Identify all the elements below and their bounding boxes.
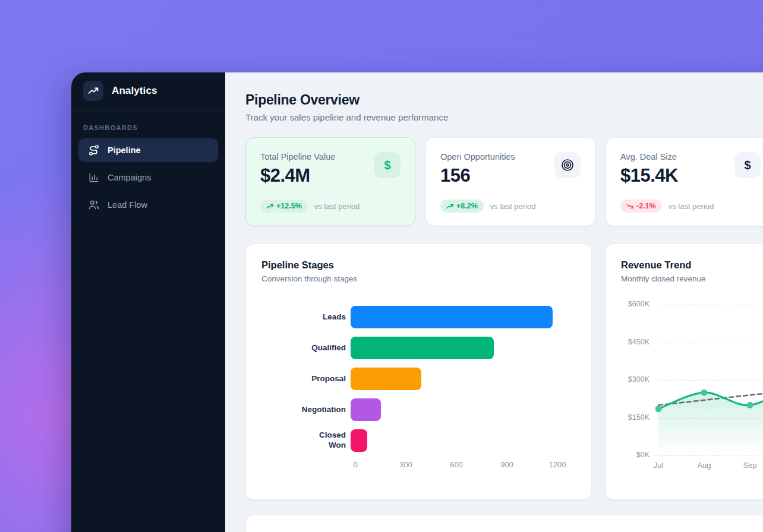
trend-up-icon — [446, 204, 453, 209]
sidebar-header: Analytics — [71, 72, 225, 110]
sidebar-item-lead-flow[interactable]: Lead Flow — [78, 193, 218, 217]
bar-segment[interactable] — [351, 306, 553, 328]
analytics-logo — [83, 81, 103, 101]
y-tick-label: $0K — [621, 451, 650, 459]
bar-track — [351, 368, 553, 390]
bar-segment[interactable] — [351, 368, 421, 390]
bar-segment[interactable] — [351, 429, 367, 452]
page-title: Pipeline Overview — [245, 92, 763, 108]
bar-chart-x-axis: 03006009001200 — [355, 460, 557, 471]
delta-badge: -2.1% — [620, 200, 662, 213]
charts-row: Pipeline Stages Conversion through stage… — [245, 243, 763, 500]
sidebar-item-campaigns[interactable]: Campaigns — [78, 166, 218, 189]
chart-title: Pipeline Stages — [261, 259, 576, 271]
x-tick-label: Aug — [697, 461, 711, 470]
line-chart: $600K$450K$300K$150K$0K JulAugSepOct — [621, 296, 763, 474]
data-point[interactable] — [655, 406, 662, 412]
bar-track — [351, 306, 553, 328]
trending-up-icon — [88, 86, 99, 96]
bar-track — [351, 337, 553, 359]
dollar-icon: $ — [734, 152, 761, 178]
x-tick-label: 300 — [399, 460, 412, 469]
y-tick-label: $450K — [621, 338, 650, 346]
kpi-row: Total Pipeline Value $2.4M $ +12.5% vs l… — [245, 137, 763, 226]
kpi-card-total-pipeline-value[interactable]: Total Pipeline Value $2.4M $ +12.5% vs l… — [245, 137, 415, 226]
trend-up-icon — [266, 204, 273, 209]
partial-bottom-card — [245, 515, 763, 532]
bar-category-label: Closed Won — [261, 430, 351, 451]
sidebar: Analytics DASHBOARDS Pipeline Campaigns … — [71, 72, 225, 532]
y-tick-label: $600K — [621, 300, 650, 308]
delta-badge: +12.5% — [260, 200, 308, 213]
x-tick-label: Sep — [743, 461, 756, 470]
bar-row: Leads — [261, 306, 576, 328]
bar-chart-icon — [88, 172, 100, 183]
app-title: Analytics — [112, 85, 157, 97]
chart-subtitle: Monthly closed revenue — [621, 274, 763, 283]
kpi-note: vs last period — [669, 202, 714, 211]
x-tick-label: Jul — [654, 461, 664, 470]
kpi-note: vs last period — [490, 202, 536, 211]
bar-track — [351, 429, 553, 452]
route-icon — [88, 144, 100, 156]
revenue-trend-card: Revenue Trend Monthly closed revenue $60… — [605, 243, 763, 500]
bar-track — [351, 398, 553, 421]
x-tick-label: 600 — [450, 460, 463, 469]
line-chart-plot — [655, 296, 763, 474]
dollar-icon: $ — [374, 152, 401, 178]
page-subtitle: Track your sales pipeline and revenue pe… — [245, 112, 763, 122]
sidebar-item-label: Lead Flow — [108, 200, 147, 210]
sidebar-item-label: Pipeline — [108, 145, 141, 155]
main-content: Pipeline Overview Track your sales pipel… — [225, 72, 763, 532]
bar-segment[interactable] — [351, 398, 381, 421]
pipeline-stages-card: Pipeline Stages Conversion through stage… — [245, 243, 592, 500]
x-tick-label: 0 — [353, 460, 357, 469]
bar-segment[interactable] — [351, 337, 494, 359]
target-icon — [554, 152, 581, 178]
sidebar-item-label: Campaigns — [108, 173, 151, 182]
sidebar-item-pipeline[interactable]: Pipeline — [78, 138, 218, 162]
kpi-card-avg-deal-size[interactable]: Avg. Deal Size $15.4K $ -2.1% vs last pe… — [606, 137, 763, 226]
data-point[interactable] — [747, 402, 753, 408]
y-tick-label: $150K — [621, 413, 650, 422]
sidebar-section-label: DASHBOARDS — [83, 124, 213, 131]
chart-subtitle: Conversion through stages — [261, 274, 576, 283]
bar-chart: LeadsQualifiedProposalNegotiationClosed … — [261, 306, 576, 452]
delta-badge: +8.2% — [440, 200, 484, 213]
bar-row: Qualified — [261, 337, 576, 359]
users-icon — [88, 199, 100, 211]
y-tick-label: $300K — [621, 375, 650, 384]
trend-down-icon — [626, 204, 633, 209]
kpi-note: vs last period — [314, 202, 360, 211]
sidebar-nav: Pipeline Campaigns Lead Flow — [71, 138, 225, 220]
bar-category-label: Leads — [261, 312, 351, 322]
bar-row: Negotiation — [261, 398, 576, 421]
kpi-card-open-opportunities[interactable]: Open Opportunities 156 +8.2% vs last per… — [425, 137, 595, 226]
bar-row: Proposal — [261, 368, 576, 390]
chart-title: Revenue Trend — [621, 259, 763, 271]
bar-category-label: Proposal — [261, 374, 351, 384]
bar-category-label: Negotiation — [261, 405, 351, 415]
x-tick-label: 900 — [500, 460, 513, 469]
data-point[interactable] — [701, 390, 708, 396]
app-window: Analytics DASHBOARDS Pipeline Campaigns … — [71, 72, 763, 532]
bar-row: Closed Won — [261, 429, 576, 452]
x-tick-label: 1200 — [549, 460, 566, 469]
bar-category-label: Qualified — [261, 343, 351, 353]
